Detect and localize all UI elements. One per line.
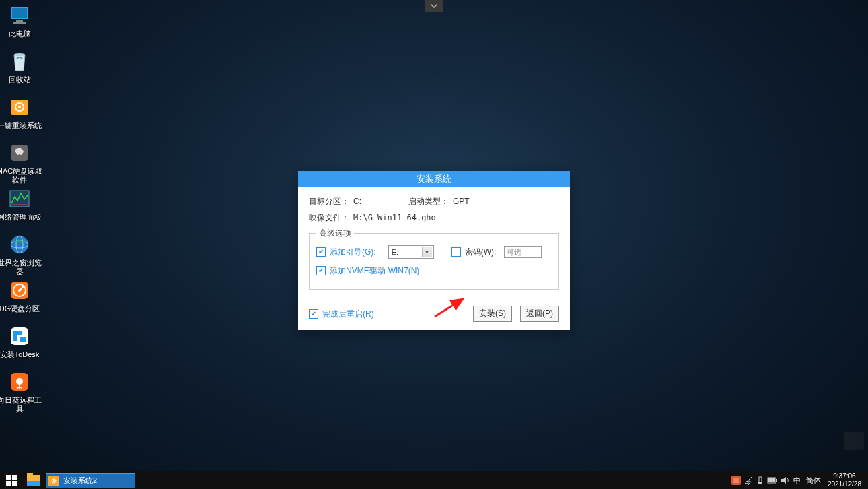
recycle-bin-icon — [8, 50, 31, 73]
bottom-right-widget[interactable] — [844, 432, 864, 450]
taskbar-app-title: 安装系统2 — [63, 476, 97, 486]
desktop-icon-sunflower[interactable]: 向日葵远程工具 — [0, 370, 43, 414]
desktop-icon-label: 安装ToDesk — [0, 350, 43, 359]
restart-after-checkbox[interactable]: ✔ — [309, 309, 318, 319]
tray-usb-icon[interactable] — [754, 471, 766, 489]
mac-disk-icon — [8, 141, 31, 164]
add-boot-drive-select[interactable]: E: — [388, 245, 434, 259]
file-explorer-icon — [27, 475, 40, 486]
back-button[interactable]: 返回(P) — [520, 306, 559, 322]
image-file-label: 映像文件： — [309, 212, 349, 224]
svg-rect-1 — [12, 8, 27, 18]
desktop-icon-label: 一键重装系统 — [0, 121, 43, 130]
desktop: 此电脑 回收站 一键重装系统 MAC硬盘读取软 — [0, 0, 868, 471]
tray-ime-region[interactable]: 中 — [791, 476, 803, 486]
tray-date: 2021/12/28 — [828, 480, 861, 488]
boot-type-label: 启动类型： — [408, 196, 449, 207]
svg-point-31 — [748, 484, 749, 485]
desktop-icon-label: 向日葵远程工具 — [0, 396, 43, 414]
svg-rect-3 — [13, 22, 26, 24]
desktop-icon-world-browser[interactable]: 世界之窗浏览器 — [0, 233, 43, 276]
top-center-tab[interactable] — [425, 0, 443, 12]
svg-rect-2 — [16, 20, 23, 22]
tray-clock[interactable]: 9:37:06 2021/12/28 — [824, 472, 865, 488]
desktop-icon-label: DG硬盘分区 — [0, 304, 43, 313]
svg-rect-37 — [768, 478, 775, 482]
svg-rect-9 — [10, 191, 29, 207]
taskbar-app-install-system[interactable]: 安装系统2 — [46, 473, 135, 488]
desktop-icon-network-panel[interactable]: 网络管理面板 — [0, 187, 43, 222]
tray-ime-mode[interactable]: 简体 — [803, 476, 824, 486]
restart-after-label: 完成后重启(R) — [322, 308, 374, 320]
svg-rect-26 — [12, 481, 17, 486]
tray-network-icon[interactable] — [742, 471, 754, 489]
dialog-title[interactable]: 安装系统 — [298, 171, 570, 187]
desktop-icon-label: MAC硬盘读取软件 — [0, 167, 43, 185]
svg-rect-19 — [20, 337, 26, 342]
desktop-icon-label: 此电脑 — [0, 30, 43, 38]
advanced-options-group: 高级选项 ✔ 添加引导(G): E: ✔ 密码(W): ✔ 添加NVME驱动-W… — [309, 228, 559, 290]
tray-time: 9:37:06 — [828, 472, 861, 480]
desktop-icon-todesk[interactable]: 安装ToDesk — [0, 325, 43, 359]
password-label: 密码(W): — [465, 247, 497, 258]
taskbar: 安装系统2 中 简体 9:37:06 2021/12/28 — [0, 471, 868, 489]
install-system-dialog: 安装系统 目标分区： C: 启动类型： GPT 映像文件： M:\G_Win11… — [298, 171, 570, 330]
svg-rect-24 — [12, 475, 17, 480]
add-boot-checkbox[interactable]: ✔ — [316, 247, 326, 257]
target-partition-label: 目标分区： — [309, 196, 349, 207]
desktop-icon-mac-disk[interactable]: MAC硬盘读取软件 — [0, 141, 43, 185]
system-tray: 中 简体 9:37:06 2021/12/28 — [730, 471, 868, 489]
svg-point-11 — [11, 236, 28, 253]
svg-rect-30 — [733, 478, 739, 483]
tray-app-icon[interactable] — [730, 471, 742, 489]
add-boot-label: 添加引导(G): — [330, 247, 376, 258]
tray-battery-icon[interactable] — [766, 471, 779, 489]
dg-partition-icon — [8, 279, 31, 302]
desktop-icon-label: 网络管理面板 — [0, 213, 43, 222]
svg-rect-34 — [758, 482, 762, 484]
advanced-options-legend: 高级选项 — [316, 228, 354, 239]
world-browser-icon — [8, 233, 31, 256]
add-boot-drive-value: E: — [392, 248, 398, 256]
svg-point-7 — [18, 106, 21, 108]
desktop-icon-label: 回收站 — [0, 75, 43, 84]
nvme-checkbox[interactable]: ✔ — [316, 266, 326, 275]
svg-rect-18 — [11, 327, 28, 345]
taskbar-file-explorer[interactable] — [23, 471, 44, 489]
one-click-install-icon — [8, 96, 31, 119]
this-pc-icon — [8, 4, 31, 27]
svg-rect-23 — [6, 475, 11, 480]
svg-point-4 — [14, 53, 25, 56]
boot-type-value: GPT — [453, 197, 470, 206]
target-partition-value: C: — [353, 197, 361, 206]
password-input[interactable] — [504, 246, 542, 258]
network-panel-icon — [8, 187, 31, 210]
desktop-icon-label: 世界之窗浏览器 — [0, 259, 43, 276]
svg-rect-25 — [6, 481, 11, 486]
start-button[interactable] — [0, 471, 23, 489]
dialog-body: 目标分区： C: 启动类型： GPT 映像文件： M:\G_Win11_64.g… — [298, 187, 570, 303]
desktop-icon-recycle-bin[interactable]: 回收站 — [0, 50, 43, 84]
sunflower-icon — [8, 370, 31, 393]
tray-volume-icon[interactable] — [779, 471, 791, 489]
taskbar-app-icon — [48, 476, 59, 486]
svg-rect-33 — [759, 477, 762, 482]
desktop-icon-one-click-install[interactable]: 一键重装系统 — [0, 96, 43, 130]
dialog-footer: ✔ 完成后重启(R) 安装(S) 返回(P) — [298, 303, 570, 330]
desktop-icon-dg-partition[interactable]: DG硬盘分区 — [0, 279, 43, 313]
install-button[interactable]: 安装(S) — [473, 306, 512, 322]
svg-rect-36 — [776, 479, 777, 482]
desktop-icon-this-pc[interactable]: 此电脑 — [0, 4, 43, 38]
svg-point-28 — [53, 480, 55, 482]
nvme-label: 添加NVME驱动-WIN7(N) — [330, 265, 419, 277]
svg-point-21 — [16, 378, 23, 385]
image-file-value: M:\G_Win11_64.gho — [353, 213, 436, 222]
todesk-icon — [8, 325, 31, 348]
password-checkbox[interactable]: ✔ — [451, 247, 461, 257]
